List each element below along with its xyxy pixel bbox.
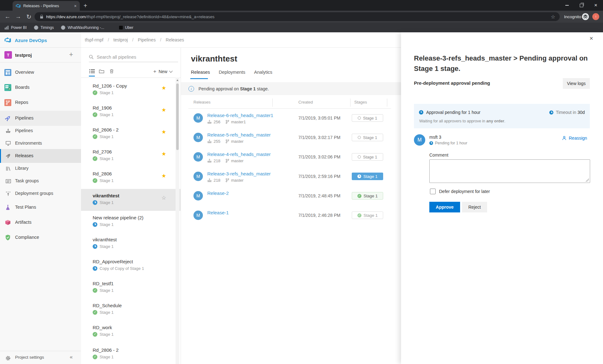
table-row[interactable]: M Release-1 7/1/2019, 2:46:28 PM Stage 1 [181,206,401,225]
defer-deployment-option[interactable]: Defer deployment for later [430,189,490,194]
pipeline-list-item[interactable]: New release pipeline (2) Stage 1 [81,211,181,233]
pipeline-list-item[interactable]: RD_testf1 Stage 1 [81,277,181,299]
scrollbar[interactable] [176,78,179,364]
stage-badge-in-progress[interactable]: Stage 1 [352,173,383,180]
address-bar[interactable]: https://dev.azure.com/tfspf-rmpf/testpro… [35,12,560,21]
scroll-up-icon[interactable] [177,79,178,81]
panel-close-icon[interactable]: × [589,35,593,42]
approve-button[interactable]: Approve [429,202,460,212]
reload-button[interactable]: ↻ [24,11,34,23]
favorite-star-icon[interactable]: ★ [161,85,166,91]
pipeline-list-item[interactable]: Rd_1906 Stage 1 ★ [81,101,181,123]
collapse-icon[interactable]: « [70,354,73,360]
breadcrumb-releases[interactable]: Releases [166,37,184,42]
table-row[interactable]: M Release-2 7/1/2019, 2:48:45 PM Stage 1 [181,186,401,206]
azure-devops-home[interactable]: Azure DevOps [4,37,47,44]
pipeline-list-item-selected[interactable]: vikranthtest Stage 1 ☆ [81,189,181,211]
window-restore-button[interactable] [574,0,589,11]
folder-view-icon[interactable] [98,68,105,74]
pipeline-list-item[interactable]: RD_ApproveReject Copy of Copy of Stage 1 [81,255,181,277]
defer-checkbox[interactable] [430,189,436,194]
breadcrumb-pipelines[interactable]: Pipelines [138,37,156,42]
back-button[interactable]: ← [3,11,13,23]
build-icon [207,159,212,163]
stage-badge[interactable]: Stage 1 [352,114,383,122]
search-input[interactable] [96,54,170,60]
table-row[interactable]: M Release-4-refs_heads_master 218 master… [181,147,401,167]
release-link[interactable]: Release-4-refs_heads_master [207,152,271,157]
pipeline-list-item[interactable]: Rd_1206 - Copy Stage 1 ★ [81,79,181,101]
sidebar-project[interactable]: T testproj + [0,49,81,62]
branch-icon [225,120,229,124]
succeeded-icon [357,213,361,217]
breadcrumb-project[interactable]: testproj [113,37,128,42]
resize-grip-icon[interactable] [586,179,589,182]
sidebar-item-environments[interactable]: Environments [0,137,81,150]
breadcrumb-org[interactable]: tfspf-rmpf [85,37,103,42]
bookmark-star-icon[interactable]: ☆ [551,14,555,20]
sidebar-item-pipelines[interactable]: Pipelines [0,125,81,137]
sidebar-item-library[interactable]: Library [0,162,81,175]
new-pipeline-button[interactable]: + New [153,68,172,75]
release-link[interactable]: Release-5-refs_heads_master [207,132,271,137]
table-row[interactable]: M Release-5-refs_heads_master 255 master… [181,128,401,147]
reject-button[interactable]: Reject [462,202,487,212]
bookmark-uber[interactable]: Uber [119,25,133,30]
pipeline-list-item[interactable]: Rd_2806 - 2 Stage 1 [81,343,181,364]
stage-badge[interactable]: Stage 1 [352,153,383,161]
trash-icon[interactable] [108,68,115,74]
sidebar-item-boards[interactable]: Boards [0,81,81,94]
forward-button[interactable]: → [13,11,23,23]
list-view-icon[interactable] [89,68,95,74]
sidebar-item-repos[interactable]: Repos [0,96,81,110]
project-settings-bar[interactable]: Project settings « [0,351,81,364]
stage-badge-succeeded-muted[interactable]: Stage 1 [352,211,383,219]
pipeline-list-item[interactable]: Rd_2706 Stage 1 ★ [81,145,181,167]
tab-close-icon[interactable]: × [74,3,77,8]
sidebar-item-task-groups[interactable]: Task groups [0,175,81,187]
sidebar-item-pipelines-group[interactable]: Pipelines [0,111,81,125]
sidebar-item-overview[interactable]: Overview [0,66,81,79]
browser-update-avatar[interactable]: ↑ [592,13,599,20]
pipeline-list-item[interactable]: vikranthtest Stage 1 [81,233,181,255]
release-link[interactable]: Release-3-refs_heads_master [207,171,271,176]
comment-textarea[interactable] [429,159,590,183]
view-logs-button[interactable]: View logs [563,78,590,89]
sidebar-item-deployment-groups[interactable]: Deployment groups [0,187,81,200]
sidebar-item-releases[interactable]: Releases [0,150,81,162]
tab-analytics[interactable]: Analytics [254,70,272,75]
new-tab-button[interactable]: + [84,1,87,10]
release-link[interactable]: Release-1 [207,210,229,215]
release-link[interactable]: Release-6-refs_heads_master1 [207,113,273,118]
pipeline-list-item[interactable]: RD_Schedule Stage 1 [81,299,181,321]
pipeline-list-item[interactable]: Rd_2606 - 2 Stage 1 ★ [81,123,181,145]
search-box[interactable] [89,52,178,62]
browser-toolbar: ← → ↻ https://dev.azure.com/tfspf-rmpf/t… [0,11,603,23]
sidebar-item-test-plans[interactable]: Test Plans [0,201,81,214]
window-close-button[interactable]: × [589,0,603,11]
favorite-star-icon[interactable]: ★ [161,151,166,157]
browser-tab[interactable]: Releases - Pipelines × [13,1,80,11]
scrollbar-thumb[interactable] [176,83,179,150]
sidebar-item-artifacts[interactable]: Artifacts [0,216,81,229]
favorite-star-icon[interactable]: ★ [161,173,166,179]
stage-badge[interactable]: Stage 1 [352,134,383,141]
tab-releases[interactable]: Releases [191,70,210,75]
table-row[interactable]: M Release-3-refs_heads_master 218 master… [181,167,401,186]
reassign-button[interactable]: Reassign [562,136,587,141]
tab-deployments[interactable]: Deployments [219,70,245,75]
sidebar-item-compliance[interactable]: Compliance [0,231,81,244]
window-minimize-button[interactable] [560,0,574,11]
favorite-star-icon[interactable]: ☆ [161,195,166,201]
pipeline-list-item[interactable]: Rd_2806 Stage 1 ★ [81,167,181,189]
table-row[interactable]: M Release-6-refs_heads_master1 256 maste… [181,108,401,128]
bookmark-power-bi[interactable]: Power BI [4,25,27,30]
bookmark-timings[interactable]: Timings [34,25,54,30]
pipeline-list-item[interactable]: RD_work Stage 1 [81,321,181,343]
bookmark-whatwasrunning[interactable]: WhatWasRunning -... [61,25,104,30]
favorite-star-icon[interactable]: ★ [161,129,166,135]
add-icon[interactable]: + [69,51,73,59]
release-link[interactable]: Release-2 [207,190,229,196]
favorite-star-icon[interactable]: ★ [161,107,166,113]
stage-badge-succeeded[interactable]: Stage 1 [352,192,383,200]
